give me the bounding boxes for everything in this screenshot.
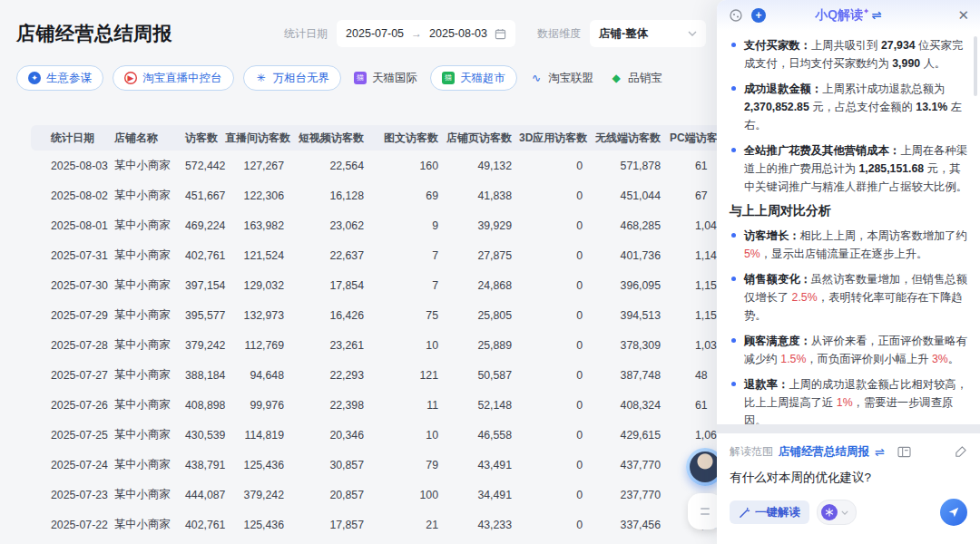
cell: 27,875 bbox=[446, 240, 519, 270]
table-row: 2025-07-22某中小商家402,761125,43617,8572143,… bbox=[31, 510, 722, 539]
bullet-dot bbox=[731, 148, 736, 152]
cell: 112,769 bbox=[225, 330, 291, 360]
cell: 437,770 bbox=[590, 450, 668, 480]
cell: 34,491 bbox=[446, 480, 519, 510]
badge-sycm[interactable]: ✦生意参谋 bbox=[16, 65, 103, 91]
page-header: 店铺经营总结周报 统计日期 2025-07-05 → 2025-08-03 数据… bbox=[16, 18, 717, 49]
page-title: 店铺经营总结周报 bbox=[16, 21, 172, 46]
cell: 1,04 bbox=[668, 210, 722, 240]
model-selector[interactable] bbox=[817, 500, 857, 525]
cell: 22,637 bbox=[291, 240, 371, 270]
cell: 0 bbox=[519, 480, 590, 510]
table-row: 2025-07-23某中小商家444,087379,24220,85710034… bbox=[31, 480, 722, 510]
cell: 429,615 bbox=[590, 420, 668, 450]
cell: 某中小商家 bbox=[114, 210, 185, 240]
column-header: 图文访客数 bbox=[371, 125, 446, 151]
calendar-icon[interactable] bbox=[495, 28, 506, 40]
ai-panel: + 小Q解读✦⇌ ✕ 支付买家数：上周共吸引到 27,934 位买家完成支付，日… bbox=[717, 0, 980, 544]
cell: 122,306 bbox=[225, 180, 291, 210]
question-input[interactable]: 有什么对本周的优化建议? bbox=[730, 470, 967, 486]
palette-icon[interactable] bbox=[728, 7, 744, 24]
cell: 121 bbox=[371, 360, 446, 390]
cell: 22,398 bbox=[291, 390, 371, 420]
cell: 某中小商家 bbox=[114, 300, 185, 330]
taobao-live-icon: ▶ bbox=[124, 72, 137, 84]
cell: 0 bbox=[519, 450, 590, 480]
panel-scrollbar[interactable] bbox=[974, 36, 977, 96]
cell: 11 bbox=[371, 390, 446, 420]
edit-icon[interactable] bbox=[954, 445, 967, 459]
cell: 10 bbox=[371, 420, 446, 450]
cell: 2025-07-25 bbox=[31, 420, 114, 450]
badge-label: 淘宝直播中控台 bbox=[142, 71, 222, 86]
cell: 163,982 bbox=[225, 210, 291, 240]
cell: 75 bbox=[371, 300, 446, 330]
tmall-global-icon: 猫 bbox=[354, 72, 367, 84]
magic-wand-icon bbox=[739, 507, 750, 519]
cell: 1,14 bbox=[668, 240, 722, 270]
table-row: 2025-07-30某中小商家397,154129,03217,854724,8… bbox=[31, 270, 722, 300]
cell: 127,267 bbox=[225, 151, 291, 180]
scope-value[interactable]: 店铺经营总结周报 bbox=[779, 444, 869, 460]
column-header: PC端访客数 bbox=[668, 125, 722, 151]
badge-tmall-market[interactable]: 猫天猫超市 bbox=[430, 65, 517, 91]
cell: 0 bbox=[519, 390, 590, 420]
column-header: 店铺页访客数 bbox=[446, 125, 519, 151]
date-start[interactable]: 2025-07-05 bbox=[346, 27, 404, 40]
insight-item: 支付买家数：上周共吸引到 27,934 位买家完成支付，日均支付买家数约为 3,… bbox=[730, 36, 971, 73]
badge-pinxiaobao[interactable]: ◆品销宝 bbox=[606, 66, 666, 90]
scope-swap-icon[interactable]: ⇌ bbox=[875, 445, 885, 459]
cell: 2025-07-24 bbox=[31, 450, 114, 480]
tmall-market-icon: 猫 bbox=[442, 72, 455, 84]
cell: 17,857 bbox=[291, 510, 371, 539]
cell: 396,095 bbox=[590, 270, 668, 300]
cell: 69 bbox=[371, 180, 446, 210]
cell: 99,976 bbox=[225, 390, 291, 420]
dimension-value: 店铺-整体 bbox=[599, 26, 648, 42]
cell: 20,346 bbox=[291, 420, 371, 450]
cell: 1,15 bbox=[668, 270, 722, 300]
date-range-picker[interactable]: 2025-07-05 → 2025-08-03 bbox=[337, 20, 515, 47]
bullet-dot bbox=[731, 233, 736, 238]
cell: 571,878 bbox=[590, 151, 668, 180]
cell: 1,06 bbox=[668, 420, 722, 450]
cell: 2025-07-30 bbox=[31, 270, 114, 300]
cell: 16,128 bbox=[291, 180, 371, 210]
date-range-label: 统计日期 bbox=[284, 26, 328, 42]
badge-label: 万相台无界 bbox=[273, 71, 330, 86]
cell: 17,854 bbox=[291, 270, 371, 300]
close-icon[interactable]: ✕ bbox=[957, 7, 969, 24]
cell: 61 bbox=[668, 151, 722, 180]
column-header: 3D应用访客数 bbox=[519, 125, 590, 151]
weekly-report-table: 统计日期店铺名称访客数直播间访客数短视频访客数图文访客数店铺页访客数3D应用访客… bbox=[31, 125, 722, 539]
insight-item: 成功退款金额：上周累计成功退款总额为2,370,852.85 元，占总支付金额的… bbox=[730, 80, 971, 134]
cell: 0 bbox=[519, 240, 590, 270]
table-body: 2025-08-03某中小商家572,442127,26722,56416049… bbox=[31, 151, 722, 539]
badge-taobao-alliance[interactable]: ∿淘宝联盟 bbox=[526, 66, 597, 90]
badge-wanxiangtai[interactable]: ✳万相台无界 bbox=[243, 65, 342, 91]
cell: 2025-07-31 bbox=[31, 240, 114, 270]
cell: 438,791 bbox=[185, 450, 225, 480]
report-card-icon[interactable] bbox=[897, 446, 911, 458]
insight-item: 退款率：上周的成功退款金额占比相对较高，比上上周提高了近 1%，需要进一步调查原… bbox=[730, 375, 971, 424]
badge-tmall-global[interactable]: 猫天猫国际 bbox=[350, 66, 421, 90]
table-head-row: 统计日期店铺名称访客数直播间访客数短视频访客数图文访客数店铺页访客数3D应用访客… bbox=[31, 125, 722, 151]
cell: 402,761 bbox=[185, 510, 225, 539]
assistant-avatar-image bbox=[690, 452, 720, 482]
cell: 2025-07-29 bbox=[31, 300, 114, 330]
table-row: 2025-08-03某中小商家572,442127,26722,56416049… bbox=[31, 151, 722, 180]
quick-interpret-button[interactable]: 一键解读 bbox=[730, 500, 809, 524]
cell: 46,558 bbox=[446, 420, 519, 450]
column-header: 店铺名称 bbox=[114, 125, 185, 151]
column-header: 无线端访客数 bbox=[590, 125, 668, 151]
send-button[interactable] bbox=[940, 499, 967, 526]
table-row: 2025-08-01某中小商家469,224163,98223,062939,9… bbox=[31, 210, 722, 240]
date-end[interactable]: 2025-08-03 bbox=[429, 27, 487, 40]
badge-taobao-live[interactable]: ▶淘宝直播中控台 bbox=[113, 65, 234, 91]
dimension-select[interactable]: 店铺-整体 bbox=[590, 20, 706, 47]
cell: 401,736 bbox=[590, 240, 668, 270]
cell: 129,032 bbox=[225, 270, 291, 300]
swap-icon[interactable]: ⇌ bbox=[872, 8, 882, 22]
cell: 378,309 bbox=[590, 330, 668, 360]
new-chat-icon[interactable]: + bbox=[751, 8, 766, 23]
